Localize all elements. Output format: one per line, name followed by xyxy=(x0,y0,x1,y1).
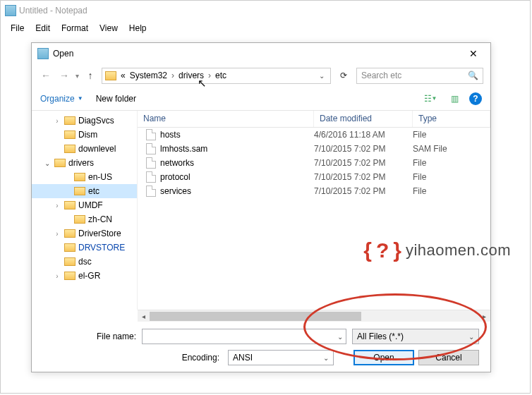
menu-format[interactable]: Format xyxy=(56,22,94,33)
refresh-button[interactable]: ⟳ xyxy=(335,68,352,84)
col-date[interactable]: Date modified xyxy=(314,111,413,127)
menu-edit[interactable]: Edit xyxy=(30,22,56,33)
scrollbar-thumb[interactable] xyxy=(150,312,361,321)
tree-label: etc xyxy=(88,186,99,196)
up-button[interactable]: ↑ xyxy=(83,68,97,83)
crumb-drivers[interactable]: drivers xyxy=(177,71,205,80)
file-name: services xyxy=(160,186,191,196)
chevron-down-icon: ▼ xyxy=(78,95,83,102)
list-item[interactable]: lmhosts.sam7/10/2015 7:02 PMSAM File xyxy=(138,142,490,156)
search-icon: 🔍 xyxy=(468,71,478,80)
view-options-button[interactable]: ☷ ▼ xyxy=(421,92,440,106)
new-folder-button[interactable]: New folder xyxy=(96,94,136,104)
encoding-label: Encoding: xyxy=(182,353,219,363)
tree-item[interactable]: en-US xyxy=(32,170,137,184)
file-type: File xyxy=(413,186,490,196)
tree-item[interactable]: ›UMDF xyxy=(32,198,137,212)
file-name: lmhosts.sam xyxy=(160,144,207,154)
chevron-right-icon: › xyxy=(170,71,176,80)
file-icon xyxy=(146,143,156,154)
chevron-down-icon: ⌄ xyxy=(323,354,329,362)
file-name: protocol xyxy=(160,172,191,182)
chevron-right-icon: › xyxy=(207,71,212,80)
tree-item[interactable]: ›el-GR xyxy=(32,269,137,283)
folder-icon xyxy=(74,215,85,224)
list-item[interactable]: protocol7/10/2015 7:02 PMFile xyxy=(138,170,490,184)
file-date: 7/10/2015 7:02 PM xyxy=(314,144,413,154)
tree-label: UMDF xyxy=(78,200,103,210)
chevron-icon[interactable]: › xyxy=(53,202,61,209)
file-type: SAM File xyxy=(413,144,490,154)
list-header[interactable]: Name Date modified Type xyxy=(138,111,490,128)
folder-icon xyxy=(64,130,75,139)
tree-item[interactable]: ›DiagSvcs xyxy=(32,114,137,128)
tree-item[interactable]: downlevel xyxy=(32,142,137,156)
search-input[interactable]: Search etc 🔍 xyxy=(356,68,483,84)
folder-icon xyxy=(64,201,75,209)
encoding-select[interactable]: ANSI ⌄ xyxy=(228,350,334,365)
tree-label: en-US xyxy=(88,172,112,182)
back-button[interactable]: ← xyxy=(39,68,53,83)
folder-icon xyxy=(64,272,75,280)
organize-button[interactable]: Organize ▼ xyxy=(40,94,83,104)
tree-label: dsc xyxy=(78,257,92,267)
folder-icon xyxy=(64,116,75,125)
tree-item[interactable]: ›DriverStore xyxy=(32,226,137,241)
open-dialog: Open ✕ ← → ▾ ↑ « System32 › drivers › et… xyxy=(31,42,491,372)
list-item[interactable]: networks7/10/2015 7:02 PMFile xyxy=(138,156,490,170)
tree-label: DRVSTORE xyxy=(78,243,125,253)
close-icon[interactable]: ✕ xyxy=(462,48,485,59)
crumb-etc[interactable]: etc xyxy=(214,71,228,80)
dialog-titlebar: Open ✕ xyxy=(32,43,490,64)
chevron-down-icon[interactable]: ⌄ xyxy=(337,333,343,341)
scroll-right-icon[interactable]: ▸ xyxy=(478,310,490,322)
chevron-icon[interactable]: › xyxy=(53,272,61,280)
chevron-down-icon[interactable]: ⌄ xyxy=(316,72,327,80)
folder-tree[interactable]: ›DiagSvcsDismdownlevel⌄driversen-USetc›U… xyxy=(32,111,138,310)
tree-item[interactable]: ⌄drivers xyxy=(32,156,137,170)
col-type[interactable]: Type xyxy=(413,111,490,127)
list-item[interactable]: hosts4/6/2016 11:18 AMFile xyxy=(138,128,490,142)
tree-label: DriverStore xyxy=(78,229,121,238)
tree-label: zh-CN xyxy=(88,214,112,224)
file-icon xyxy=(146,157,156,169)
tree-item[interactable]: etc xyxy=(32,184,137,198)
horizontal-scrollbar[interactable]: ◂ ▸ xyxy=(138,310,490,322)
crumb-system32[interactable]: System32 xyxy=(128,71,169,80)
dialog-toolbar: Organize ▼ New folder ☷ ▼ ▥ ? xyxy=(32,87,490,111)
file-list: Name Date modified Type hosts4/6/2016 11… xyxy=(138,111,490,310)
file-date: 7/10/2015 7:02 PM xyxy=(314,172,413,182)
file-icon xyxy=(146,129,156,140)
chevron-icon[interactable]: › xyxy=(53,117,61,125)
tree-item[interactable]: Dism xyxy=(32,128,137,142)
forward-button[interactable]: → xyxy=(57,68,71,83)
folder-icon xyxy=(74,173,85,181)
filename-input[interactable]: ⌄ xyxy=(142,329,346,344)
notepad-menubar[interactable]: File Edit Format View Help xyxy=(1,20,530,35)
folder-icon xyxy=(64,243,75,252)
col-name[interactable]: Name xyxy=(138,111,314,127)
help-icon[interactable]: ? xyxy=(469,92,482,105)
scroll-left-icon[interactable]: ◂ xyxy=(138,310,150,322)
tree-item[interactable]: DRVSTORE xyxy=(32,241,137,255)
file-icon xyxy=(146,171,156,183)
tree-label: DiagSvcs xyxy=(78,116,114,126)
tree-item[interactable]: dsc xyxy=(32,255,137,269)
open-button[interactable]: Open xyxy=(353,350,414,365)
chevron-down-icon: ⌄ xyxy=(468,333,474,341)
file-date: 4/6/2016 11:18 AM xyxy=(314,130,413,140)
preview-pane-button[interactable]: ▥ xyxy=(445,92,464,106)
menu-help[interactable]: Help xyxy=(123,22,152,33)
chevron-icon[interactable]: ⌄ xyxy=(43,159,52,167)
chevron-icon[interactable]: › xyxy=(53,230,61,238)
folder-icon xyxy=(64,145,75,153)
file-name: hosts xyxy=(160,130,181,140)
menu-file[interactable]: File xyxy=(5,22,30,33)
file-type: File xyxy=(413,130,490,140)
menu-view[interactable]: View xyxy=(94,22,123,33)
cancel-button[interactable]: Cancel xyxy=(418,350,479,365)
file-type-filter[interactable]: All Files (*.*) ⌄ xyxy=(352,329,479,344)
list-item[interactable]: services7/10/2015 7:02 PMFile xyxy=(138,184,490,198)
breadcrumb[interactable]: « System32 › drivers › etc ⌄ xyxy=(102,68,331,84)
tree-item[interactable]: zh-CN xyxy=(32,212,137,226)
